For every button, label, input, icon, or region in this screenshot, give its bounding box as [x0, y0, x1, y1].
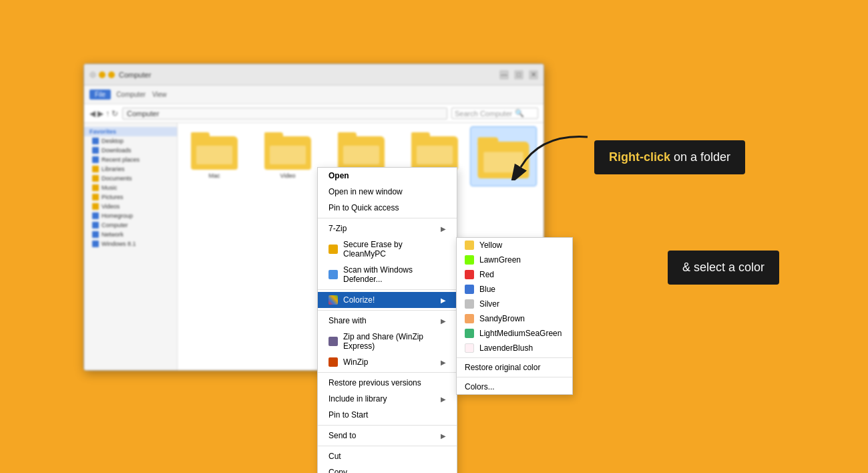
refresh-button[interactable]: ↻ [112, 109, 118, 118]
annotation-right-click: Right-click on a folder [594, 140, 745, 174]
minimize-button[interactable]: — [499, 70, 509, 80]
sidebar-item-libraries[interactable]: Libraries [84, 164, 177, 174]
color-blue-label: Blue [479, 285, 495, 294]
back-button[interactable]: ◀ [89, 109, 95, 118]
color-yellow[interactable]: Yellow [457, 238, 572, 253]
dot-2 [99, 71, 105, 78]
ctx-winzip-express-label: Zip and Share (WinZip Express) [343, 332, 446, 351]
close-button[interactable]: ✕ [529, 70, 538, 80]
ctx-share-with[interactable]: Share with ▶ [318, 313, 457, 329]
sidebar-item-pictures[interactable]: Pictures [84, 192, 177, 202]
color-lawngreen-label: LawnGreen [479, 255, 521, 265]
ctx-share-arrow: ▶ [441, 317, 446, 325]
folder-mac[interactable]: Mac [184, 130, 244, 179]
title-dots [89, 71, 115, 78]
ctx-winzip-arrow: ▶ [441, 359, 446, 366]
sidebar-item-downloads[interactable]: Downloads [84, 146, 177, 155]
color-restore-button[interactable]: Restore original color [457, 360, 572, 375]
title-bar-controls[interactable]: — □ ✕ [499, 70, 538, 80]
sidebar-item-documents[interactable]: Documents [84, 174, 177, 183]
annotation-select-color-text: & select a color [682, 261, 765, 274]
folder-icon [92, 222, 99, 228]
toolbar-item-computer[interactable]: Computer [116, 91, 146, 98]
color-lavenderblush-dot [465, 343, 474, 353]
ctx-cut-label: Cut [329, 452, 341, 461]
toolbar: File Computer View [84, 86, 544, 104]
ctx-restore-versions[interactable]: Restore previous versions [318, 375, 457, 391]
context-menu: Open Open in new window Pin to Quick acc… [317, 167, 457, 473]
address-path[interactable]: Computer [122, 108, 447, 120]
toolbar-tab-file[interactable]: File [89, 90, 111, 100]
ctx-colorize-label: Colorize! [343, 295, 375, 305]
ctx-send-to[interactable]: Send to ▶ [318, 428, 457, 444]
ctx-winzip-express[interactable]: Zip and Share (WinZip Express) [318, 329, 457, 354]
ctx-winzip[interactable]: WinZip ▶ [318, 354, 457, 370]
color-lightmediumseagreen-dot [465, 329, 474, 338]
dot-3 [108, 71, 115, 78]
toolbar-item-view[interactable]: View [152, 91, 167, 98]
ctx-copy-label: Copy [329, 468, 347, 473]
color-sandybrown[interactable]: SandyBrown [457, 311, 572, 326]
ctx-sep-2 [318, 289, 457, 290]
sidebar-item-music[interactable]: Music [84, 183, 177, 192]
color-silver[interactable]: Silver [457, 297, 572, 311]
winzip-icon [329, 357, 338, 367]
folder-icon [92, 241, 99, 247]
ctx-include-library-label: Include in library [329, 394, 387, 404]
ctx-copy[interactable]: Copy [318, 464, 457, 473]
sidebar: Favorites Desktop Downloads Recent place… [84, 123, 178, 370]
sidebar-item-recent[interactable]: Recent places [84, 155, 177, 164]
color-lightmediumseagreen[interactable]: LightMediumSeaGreen [457, 326, 572, 341]
ctx-7zip[interactable]: 7-Zip ▶ [318, 220, 457, 236]
sidebar-item-desktop[interactable]: Desktop [84, 136, 177, 146]
color-more-button[interactable]: Colors... [457, 379, 572, 394]
folder-icon [92, 138, 99, 144]
color-red[interactable]: Red [457, 267, 572, 282]
color-more-label: Colors... [465, 382, 495, 391]
up-button[interactable]: ↑ [105, 109, 110, 118]
color-blue[interactable]: Blue [457, 282, 572, 297]
winzip-express-icon [329, 337, 338, 346]
ctx-cut[interactable]: Cut [318, 448, 457, 464]
sidebar-item-windows[interactable]: Windows 8.1 [84, 239, 177, 249]
ctx-cleanmypc-label: Secure Erase by CleanMyPC [343, 240, 446, 259]
nav-buttons: ◀ ▶ ↑ ↻ [89, 109, 118, 118]
ctx-include-library[interactable]: Include in library ▶ [318, 391, 457, 407]
folder-icon [92, 156, 99, 163]
color-lawngreen[interactable]: LawnGreen [457, 253, 572, 267]
color-restore-label: Restore original color [465, 363, 540, 372]
sidebar-item-homegroup[interactable]: Homegroup [84, 211, 177, 220]
ctx-sep-3 [318, 310, 457, 311]
ctx-cleanmypc[interactable]: Secure Erase by CleanMyPC [318, 236, 457, 262]
search-icon[interactable]: 🔍 [515, 109, 524, 118]
forward-button[interactable]: ▶ [97, 109, 103, 118]
folder-raid-icon [338, 130, 385, 170]
sidebar-header: Favorites [84, 127, 177, 136]
ctx-open[interactable]: Open [318, 168, 457, 184]
color-blue-dot [465, 285, 474, 294]
ctx-winzip-left: WinZip [329, 357, 368, 367]
ctx-open-new-window[interactable]: Open in new window [318, 184, 457, 200]
ctx-send-to-label: Send to [329, 431, 356, 440]
ctx-colorize-arrow: ▶ [441, 297, 446, 304]
sidebar-item-computer[interactable]: Computer [84, 220, 177, 230]
maximize-button[interactable]: □ [514, 70, 523, 80]
ctx-scan-left: Scan with Windows Defender... [329, 265, 446, 284]
ctx-colorize[interactable]: Colorize! ▶ [318, 292, 457, 308]
sidebar-item-videos[interactable]: Videos [84, 202, 177, 211]
color-lightmediumseagreen-label: LightMediumSeaGreen [479, 329, 562, 338]
folder-icon [92, 231, 99, 238]
sidebar-item-network[interactable]: Network [84, 230, 177, 239]
color-lavenderblush[interactable]: LavenderBlush [457, 341, 572, 355]
ctx-winzip-label: WinZip [343, 357, 368, 367]
dot-1 [89, 71, 96, 78]
annotation-right-click-highlight: Right-click [609, 150, 670, 164]
folder-icon [92, 175, 99, 182]
ctx-send-to-arrow: ▶ [441, 432, 446, 440]
ctx-pin-start[interactable]: Pin to Start [318, 407, 457, 423]
ctx-pin-quick[interactable]: Pin to Quick access [318, 200, 457, 216]
folder-video[interactable]: Video [258, 130, 318, 179]
ctx-scan[interactable]: Scan with Windows Defender... [318, 262, 457, 287]
title-bar-left: Computer [89, 71, 151, 79]
ctx-pin-start-label: Pin to Start [329, 410, 368, 420]
